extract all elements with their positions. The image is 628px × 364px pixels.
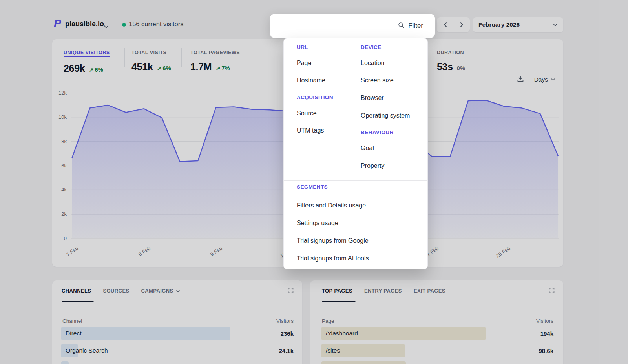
filter-item-source[interactable]: Source	[297, 110, 317, 117]
segments-divider	[284, 180, 427, 181]
filter-dropdown-panel: URL Page Hostname ACQUISITION Source UTM…	[283, 38, 428, 269]
filter-item-operating-system[interactable]: Operating system	[361, 112, 410, 119]
section-header-device: DEVICE	[361, 44, 382, 50]
section-header-url: URL	[297, 44, 308, 50]
filter-item-hostname[interactable]: Hostname	[297, 77, 325, 84]
filter-item-browser[interactable]: Browser	[361, 95, 384, 102]
segment-trial-signups-ai-tools[interactable]: Trial signups from AI tools	[297, 255, 369, 262]
filter-label: Filter	[408, 22, 423, 30]
filter-item-goal[interactable]: Goal	[361, 145, 374, 152]
section-header-segments: SEGMENTS	[297, 184, 328, 190]
section-header-behaviour: BEHAVIOUR	[361, 129, 394, 135]
segment-filters-details-usage[interactable]: Filters and Details usage	[297, 202, 366, 209]
section-header-acquisition: ACQUISITION	[297, 95, 333, 100]
filter-item-screen-size[interactable]: Screen size	[361, 77, 394, 84]
filter-item-location[interactable]: Location	[361, 60, 385, 67]
segment-settings-usage[interactable]: Settings usage	[297, 220, 338, 227]
segment-trial-signups-google[interactable]: Trial signups from Google	[297, 237, 369, 244]
filter-item-property[interactable]: Property	[361, 162, 384, 169]
search-icon	[398, 22, 405, 30]
filter-item-utm-tags[interactable]: UTM tags	[297, 127, 324, 134]
filter-item-page[interactable]: Page	[297, 60, 311, 67]
filter-search-bar[interactable]: Filter	[270, 14, 435, 38]
